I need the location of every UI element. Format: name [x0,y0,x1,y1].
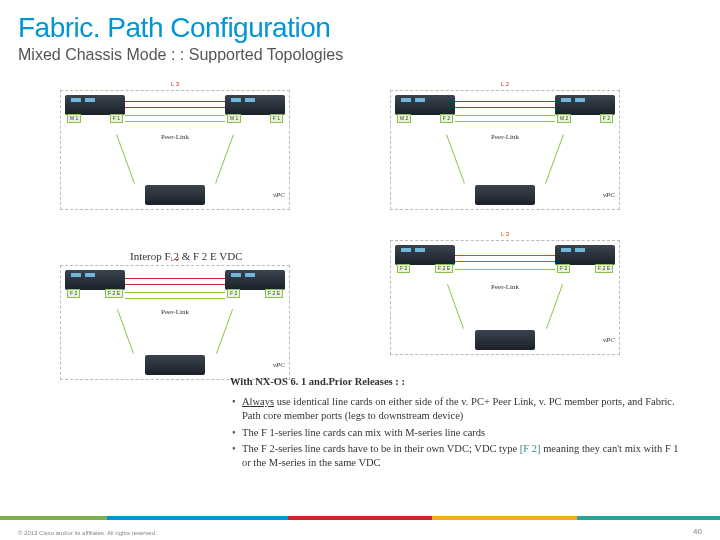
bullet-3-text-a: The F 2-series line cards have to be in … [242,443,520,454]
badge-m2: M 2 [397,114,411,123]
topology-caption: Interop F 2 & F 2 E VDC [130,250,243,262]
badge-m2: M 2 [557,114,571,123]
badge-f1: F 1 [110,114,123,123]
notes-section: With NX-OS 6. 1 and.Prior Releases : : A… [230,375,680,472]
badge-f2: F 2 [227,289,240,298]
switch-icon [475,185,535,205]
topology-2: L 2 M 2 F 2 M 2 F 2 Peer-Link vPC [390,90,620,210]
switch-icon [475,330,535,350]
switch-icon: F 2 F 2 E [225,270,285,290]
badge-f2: F 2 [397,264,410,273]
vpc-label: vPC [603,336,615,344]
badge-m1: M 1 [227,114,241,123]
switch-icon [145,185,205,205]
badge-f2e: F 2 E [435,264,453,273]
switch-icon [145,355,205,375]
badge-m1: M 1 [67,114,81,123]
l2-label: L 2 [501,81,509,87]
badge-f2: F 2 [600,114,613,123]
topology-4: L 2 F 2 F 2 E F 2 F 2 E Peer-Link vPC [60,265,290,380]
l3-label: L 3 [171,81,179,87]
switch-icon: M 2 F 2 [395,95,455,115]
badge-f2e: F 2 E [265,289,283,298]
notes-title: With NX-OS 6. 1 and.Prior Releases : : [230,375,680,389]
badge-f1: F 1 [270,114,283,123]
switch-icon: M 1 F 1 [65,95,125,115]
bullet-2: The F 1-series line cards can mix with M… [230,426,680,440]
vpc-label: vPC [273,361,285,369]
vpc-label: vPC [273,191,285,199]
bullet-1-underline: Always [242,396,274,407]
switch-icon: M 1 F 1 [225,95,285,115]
switch-icon: F 2 F 2 E [395,245,455,265]
bullet-1: Always use identical line cards on eithe… [230,395,680,423]
badge-f2e: F 2 E [595,264,613,273]
page-title: Fabric. Path Configuration [0,0,720,44]
topology-3: L 3 F 2 F 2 E F 2 F 2 E Peer-Link vPC [390,240,620,355]
page-number: 40 [693,527,702,536]
topology-diagrams: L 3 M 1 F 1 M 1 F 1 Peer-Link vPC L 2 [40,80,680,370]
switch-icon: M 2 F 2 [555,95,615,115]
badge-f2: F 2 [557,264,570,273]
badge-f2e: F 2 E [105,289,123,298]
footer-bar [0,516,720,540]
bullet-1-text: use identical line cards on either side … [242,396,675,421]
page-subtitle: Mixed Chassis Mode : : Supported Topolog… [0,44,720,64]
l3-label: L 3 [501,231,509,237]
switch-icon: F 2 F 2 E [65,270,125,290]
vpc-label: vPC [603,191,615,199]
copyright-text: © 2013 Cisco and/or its affiliates. All … [18,530,157,536]
badge-f2: F 2 [67,289,80,298]
bullet-3: The F 2-series line cards have to be in … [230,442,680,470]
switch-icon: F 2 F 2 E [555,245,615,265]
bullet-3-teal: [F 2] [520,443,541,454]
badge-f2: F 2 [440,114,453,123]
topology-1: L 3 M 1 F 1 M 1 F 1 Peer-Link vPC [60,90,290,210]
